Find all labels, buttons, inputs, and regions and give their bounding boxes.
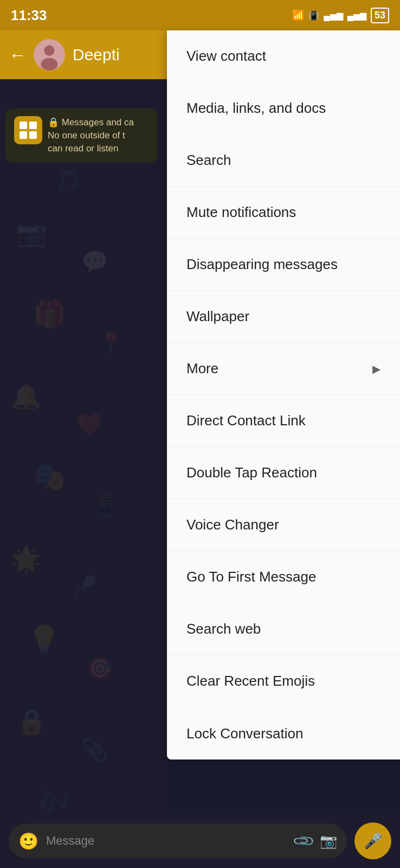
- back-button[interactable]: ←: [9, 45, 26, 65]
- menu-label-more: More: [186, 360, 218, 377]
- signal-bars: ▄▅▆: [324, 10, 343, 21]
- message-input-wrap: 🙂 Message 📎 📷: [9, 824, 347, 858]
- menu-item-search-web[interactable]: Search web: [167, 603, 400, 655]
- signal-icon-1: 📳: [308, 10, 319, 21]
- menu-item-view-contact[interactable]: View contact: [167, 30, 400, 82]
- menu-item-wallpaper[interactable]: Wallpaper: [167, 291, 400, 343]
- svg-text:📍: 📍: [98, 330, 125, 356]
- menu-item-more[interactable]: More▶: [167, 343, 400, 395]
- menu-label-media-links-docs: Media, links, and docs: [186, 100, 326, 117]
- wifi-icon: 📶: [292, 9, 304, 21]
- chat-background: 🎂 🎵 📷 💬 🎁 📍 🔔 ❤️ 🎭 📱 🌟 🎤 💡 🎯 🔒 📎 🎶: [0, 79, 168, 814]
- menu-label-go-to-first-message: Go To First Message: [186, 569, 316, 585]
- emoji-button[interactable]: 🙂: [18, 832, 38, 851]
- svg-text:🔒: 🔒: [16, 707, 47, 737]
- status-icons: 📶 📳 ▄▅▆ ▄▅▆ 53: [292, 8, 389, 23]
- svg-text:🌟: 🌟: [11, 545, 42, 574]
- enc-icon: [14, 116, 42, 144]
- menu-item-direct-contact-link[interactable]: Direct Contact Link: [167, 395, 400, 447]
- svg-text:🎵: 🎵: [54, 167, 81, 193]
- signal-bars-2: ▄▅▆: [347, 10, 366, 21]
- menu-item-clear-recent-emojis[interactable]: Clear Recent Emojis: [167, 655, 400, 707]
- svg-text:🎶: 🎶: [38, 786, 72, 814]
- context-menu: View contactMedia, links, and docsSearch…: [167, 30, 400, 760]
- menu-item-search[interactable]: Search: [167, 135, 400, 187]
- menu-label-disappearing-messages: Disappearing messages: [186, 256, 338, 273]
- svg-text:💬: 💬: [81, 248, 108, 275]
- chevron-right-icon-more: ▶: [372, 362, 380, 375]
- battery-indicator: 53: [371, 8, 389, 23]
- svg-text:🎭: 🎭: [33, 461, 67, 493]
- svg-text:📱: 📱: [92, 493, 119, 519]
- menu-label-view-contact: View contact: [186, 48, 266, 65]
- menu-label-mute-notifications: Mute notifications: [186, 204, 296, 221]
- menu-label-search: Search: [186, 152, 231, 169]
- svg-text:🎯: 🎯: [87, 655, 114, 681]
- menu-label-wallpaper: Wallpaper: [186, 308, 249, 325]
- menu-label-lock-conversation: Lock Conversation: [186, 725, 303, 742]
- menu-item-double-tap-reaction[interactable]: Double Tap Reaction: [167, 447, 400, 499]
- mic-icon: 🎤: [364, 832, 383, 850]
- svg-text:🎤: 🎤: [70, 574, 98, 600]
- svg-rect-22: [20, 131, 27, 139]
- menu-item-mute-notifications[interactable]: Mute notifications: [167, 187, 400, 239]
- menu-item-voice-changer[interactable]: Voice Changer: [167, 499, 400, 551]
- svg-rect-20: [20, 122, 27, 129]
- avatar: [34, 39, 65, 71]
- menu-label-voice-changer: Voice Changer: [186, 516, 279, 533]
- svg-text:💡: 💡: [27, 623, 61, 656]
- status-time: 11:33: [11, 7, 47, 24]
- menu-item-go-to-first-message[interactable]: Go To First Message: [167, 551, 400, 603]
- svg-text:🎁: 🎁: [33, 298, 67, 330]
- menu-label-direct-contact-link: Direct Contact Link: [186, 412, 306, 429]
- menu-item-lock-conversation[interactable]: Lock Conversation: [167, 707, 400, 760]
- status-bar: 11:33 📶 📳 ▄▅▆ ▄▅▆ 53: [0, 0, 400, 30]
- menu-label-search-web: Search web: [186, 621, 261, 637]
- menu-label-double-tap-reaction: Double Tap Reaction: [186, 464, 317, 481]
- menu-item-media-links-docs[interactable]: Media, links, and docs: [167, 82, 400, 135]
- attach-icon[interactable]: 📎: [292, 829, 316, 853]
- camera-icon[interactable]: 📷: [320, 833, 337, 850]
- svg-rect-21: [29, 122, 37, 129]
- menu-label-clear-recent-emojis: Clear Recent Emojis: [186, 673, 315, 690]
- svg-rect-23: [29, 131, 37, 139]
- mic-button[interactable]: 🎤: [354, 822, 391, 859]
- svg-text:📷: 📷: [16, 219, 47, 248]
- svg-text:❤️: ❤️: [76, 411, 103, 437]
- message-placeholder[interactable]: Message: [46, 834, 287, 848]
- svg-point-2: [41, 58, 58, 71]
- menu-item-disappearing-messages[interactable]: Disappearing messages: [167, 239, 400, 291]
- encryption-notice: 🔒 Messages and ca No one outside of t ca…: [5, 108, 157, 162]
- lock-icon: 🔒: [48, 117, 59, 127]
- enc-text-content: 🔒 Messages and ca No one outside of t ca…: [48, 116, 134, 155]
- svg-point-1: [44, 46, 54, 56]
- svg-text:📎: 📎: [81, 737, 108, 763]
- bottom-bar: 🙂 Message 📎 📷 🎤: [0, 814, 400, 868]
- svg-text:🔔: 🔔: [11, 382, 42, 411]
